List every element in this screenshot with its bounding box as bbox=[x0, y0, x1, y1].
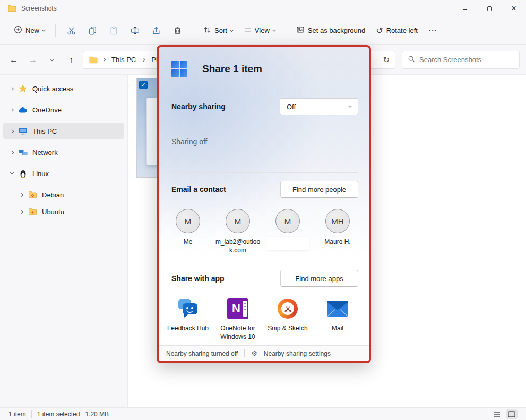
sort-label: Sort bbox=[214, 27, 227, 34]
divider bbox=[171, 172, 358, 173]
breadcrumb-chevron-icon bbox=[142, 58, 145, 62]
minimize-button[interactable]: – bbox=[453, 0, 477, 17]
contact-name: m_lab2@outlook.com bbox=[214, 238, 262, 255]
selection-size: 1.20 MB bbox=[85, 410, 109, 418]
chevron-right-icon bbox=[10, 129, 14, 133]
contact-mauro[interactable]: MH Mauro H. bbox=[313, 209, 363, 255]
feedback-hub-icon bbox=[177, 298, 199, 320]
sidebar-item-ubuntu[interactable]: Ubuntu bbox=[3, 204, 124, 220]
app-mail[interactable]: Mail bbox=[313, 298, 363, 341]
back-button[interactable]: ← bbox=[6, 52, 21, 67]
breadcrumb-chevron-icon bbox=[102, 58, 106, 62]
details-view-button[interactable] bbox=[491, 409, 503, 419]
set-as-background-button[interactable]: Set as background bbox=[291, 22, 370, 39]
search-box[interactable] bbox=[402, 51, 520, 69]
view-button[interactable]: View bbox=[238, 22, 281, 39]
network-icon bbox=[18, 147, 28, 157]
delete-button[interactable] bbox=[167, 21, 188, 40]
close-button[interactable]: × bbox=[502, 0, 526, 17]
share-icon bbox=[152, 26, 161, 35]
new-button[interactable]: New bbox=[8, 22, 50, 39]
contact-me[interactable]: M Me bbox=[163, 209, 213, 255]
paste-button[interactable] bbox=[103, 21, 124, 40]
set-as-background-label: Set as background bbox=[308, 27, 365, 34]
title-bar: Screenshots – × bbox=[0, 0, 526, 17]
apps-row: Feedback Hub N OneNote for Windows 10 Sn… bbox=[163, 298, 369, 341]
cut-button[interactable] bbox=[61, 21, 82, 40]
nearby-sharing-settings-link[interactable]: Nearby sharing settings bbox=[264, 350, 331, 357]
chevron-down-icon bbox=[272, 28, 276, 31]
check-icon: ✓ bbox=[141, 82, 145, 89]
gear-icon: ⚙ bbox=[251, 349, 257, 357]
chevron-right-icon bbox=[20, 209, 23, 213]
rotate-left-button[interactable]: ↺ Rotate left bbox=[370, 23, 423, 39]
sidebar-item-quick-access[interactable]: Quick access bbox=[3, 81, 124, 97]
up-button[interactable]: ↑ bbox=[64, 52, 79, 67]
nearby-sharing-dropdown[interactable]: Off bbox=[280, 98, 358, 115]
avatar[interactable]: M bbox=[226, 209, 250, 233]
refresh-button[interactable]: ↻ bbox=[383, 56, 390, 64]
avatar[interactable]: M bbox=[176, 209, 200, 233]
avatar[interactable]: MH bbox=[325, 209, 350, 233]
sidebar-item-this-pc[interactable]: This PC bbox=[3, 123, 124, 139]
selection-count: 1 item selected bbox=[37, 410, 80, 418]
sort-button[interactable]: Sort bbox=[198, 22, 238, 39]
find-more-people-button[interactable]: Find more people bbox=[280, 181, 358, 198]
share-with-app-label: Share with app bbox=[171, 274, 225, 283]
app-name: Snip & Sketch bbox=[263, 324, 312, 332]
sidebar-item-network[interactable]: Network bbox=[3, 144, 124, 160]
app-snip-sketch[interactable]: Snip & Sketch bbox=[263, 298, 313, 341]
chevron-right-icon bbox=[10, 86, 14, 90]
app-name: OneNote for Windows 10 bbox=[213, 324, 262, 341]
paste-icon bbox=[109, 26, 118, 35]
app-name: Feedback Hub bbox=[163, 324, 212, 332]
avatar-initials: M bbox=[235, 217, 242, 226]
share-button[interactable] bbox=[145, 21, 167, 40]
thumbnail-view-button[interactable] bbox=[506, 409, 518, 419]
minimize-icon: – bbox=[463, 4, 467, 13]
item-checkbox[interactable]: ✓ bbox=[139, 81, 148, 89]
close-icon: × bbox=[511, 3, 516, 14]
toolbar-separator bbox=[193, 24, 193, 37]
nearby-sharing-row: Nearby sharing Off bbox=[171, 98, 358, 115]
thumbnail-view-icon bbox=[508, 411, 515, 417]
footer-separator bbox=[244, 349, 245, 357]
sidebar-label: Linux bbox=[32, 170, 49, 178]
snip-sketch-icon bbox=[277, 298, 299, 320]
app-name: Mail bbox=[313, 324, 362, 332]
maximize-icon bbox=[487, 6, 492, 11]
status-bar: 1 item 1 item selected 1.20 MB bbox=[0, 407, 526, 420]
chevron-down-icon bbox=[348, 104, 352, 108]
email-contact-label: Email a contact bbox=[171, 185, 226, 194]
see-more-button[interactable]: ⋯ bbox=[423, 22, 443, 39]
rename-button[interactable] bbox=[124, 21, 145, 40]
find-more-apps-button[interactable]: Find more apps bbox=[280, 270, 358, 287]
sidebar-label: OneDrive bbox=[32, 106, 62, 114]
app-onenote[interactable]: N OneNote for Windows 10 bbox=[213, 298, 263, 341]
image-icon bbox=[296, 25, 305, 36]
sidebar-item-debian[interactable]: Debian bbox=[3, 187, 124, 203]
sidebar-item-onedrive[interactable]: OneDrive bbox=[3, 102, 124, 118]
sidebar-label: Debian bbox=[42, 191, 64, 199]
copy-button[interactable] bbox=[82, 21, 103, 40]
recent-locations-button[interactable] bbox=[45, 52, 59, 67]
contact-redacted[interactable]: M bbox=[263, 209, 313, 255]
sidebar-item-linux[interactable]: Linux bbox=[3, 165, 124, 181]
location-folder-icon bbox=[89, 55, 98, 65]
folder-icon bbox=[28, 190, 37, 199]
app-feedback-hub[interactable]: Feedback Hub bbox=[163, 298, 213, 341]
details-view-icon bbox=[493, 411, 501, 417]
avatar[interactable]: M bbox=[275, 209, 300, 233]
monitor-icon bbox=[18, 126, 28, 136]
command-toolbar: New Sort View Set as backgr bbox=[0, 17, 526, 45]
breadcrumb-this-pc[interactable]: This PC bbox=[109, 55, 138, 65]
forward-button[interactable]: → bbox=[25, 52, 40, 67]
mail-icon bbox=[326, 298, 349, 320]
toolbar-separator bbox=[286, 24, 286, 37]
forward-icon: → bbox=[29, 55, 37, 65]
search-input[interactable] bbox=[419, 56, 514, 64]
chevron-right-icon bbox=[10, 108, 14, 111]
rotate-left-label: Rotate left bbox=[386, 27, 418, 34]
contact-outlook[interactable]: M m_lab2@outlook.com bbox=[213, 209, 263, 255]
maximize-button[interactable] bbox=[477, 0, 502, 17]
